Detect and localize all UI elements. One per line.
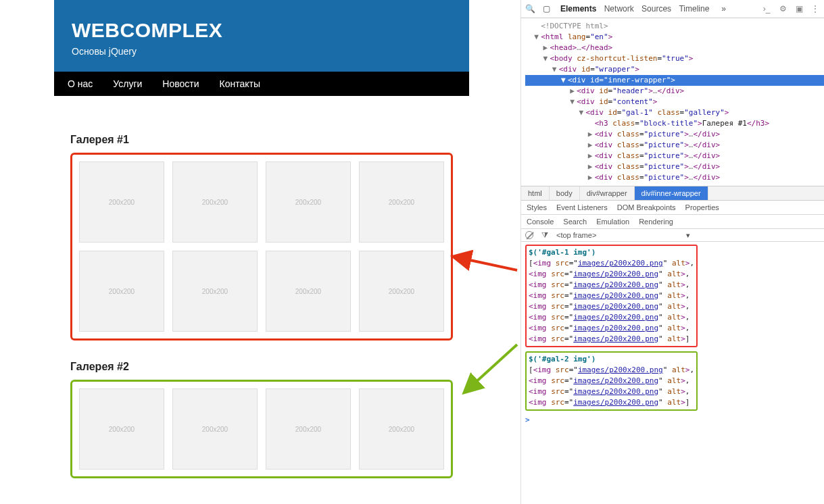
gear-icon[interactable]: ⚙: [778, 4, 787, 14]
breadcrumb-item[interactable]: body: [550, 186, 580, 200]
picture-placeholder: 200x200: [359, 251, 444, 332]
dom-node[interactable]: ▶<head>…</head>: [525, 43, 824, 53]
breadcrumb-item[interactable]: html: [521, 186, 550, 200]
console[interactable]: $('#gal-1 img')[<img src="images/p200x20…: [521, 242, 824, 504]
more-icon[interactable]: ⋮: [810, 4, 820, 14]
picture-placeholder: 200x200: [266, 388, 351, 470]
devtools-tab[interactable]: Network: [602, 3, 637, 15]
breadcrumb-item[interactable]: div#wrapper: [580, 186, 635, 200]
devtools-panel: 🔍 ▢ Elements Network Sources Timeline » …: [520, 0, 824, 504]
clear-console-icon[interactable]: [525, 231, 533, 239]
picture-placeholder: 200x200: [79, 161, 164, 243]
picture-placeholder: 200x200: [172, 161, 258, 243]
filter-icon[interactable]: ⧩: [541, 230, 548, 240]
gallery: 200x200200x200200x200200x200200x200200x2…: [70, 153, 453, 341]
picture-placeholder: 200x200: [359, 388, 444, 470]
gallery-title: Галерея #1: [70, 134, 453, 146]
breadcrumbs[interactable]: htmlbodydiv#wrapperdiv#inner-wrapper: [521, 186, 824, 201]
panel-tab[interactable]: Emulation: [596, 218, 629, 226]
panel-tab[interactable]: Rendering: [639, 218, 673, 226]
hero: WEBCOMPLEX Основы jQuery: [54, 0, 469, 72]
picture-placeholder: 200x200: [266, 161, 351, 243]
dom-node[interactable]: ▼<div id="inner-wrapper">: [525, 75, 824, 86]
dom-node[interactable]: ▶<div class="picture">…</div>: [525, 140, 824, 151]
dom-node[interactable]: ▼<html lang="en">: [525, 32, 824, 43]
dom-node[interactable]: ▶<div class="picture">…</div>: [525, 129, 824, 140]
picture-placeholder: 200x200: [172, 251, 258, 332]
picture-placeholder: 200x200: [266, 251, 351, 332]
nav-link[interactable]: Контакты: [220, 78, 260, 89]
nav-link[interactable]: Новости: [162, 78, 199, 89]
panel-tab[interactable]: Console: [527, 218, 554, 226]
svg-line-1: [465, 345, 517, 392]
console-prompt[interactable]: >: [525, 415, 824, 426]
dom-node[interactable]: ▶<div class="picture">…</div>: [525, 172, 824, 183]
panel-tab[interactable]: Properties: [685, 203, 719, 211]
picture-placeholder: 200x200: [359, 161, 444, 243]
page-subtitle: Основы jQuery: [72, 46, 452, 57]
dom-node[interactable]: <h3 class="block-title">Галерея #1</h3>: [525, 118, 824, 129]
picture-placeholder: 200x200: [172, 388, 258, 470]
picture-placeholder: 200x200: [79, 251, 164, 332]
dom-node[interactable]: ▼<body cz-shortcut-listen="true">: [525, 53, 824, 64]
panel-tab[interactable]: Styles: [527, 203, 547, 211]
devtools-toolbar: 🔍 ▢ Elements Network Sources Timeline » …: [521, 0, 824, 18]
dom-node[interactable]: ▼<div id="gal-1" class="gallery">: [525, 107, 824, 118]
dom-node[interactable]: ▶<div class="picture">…</div>: [525, 161, 824, 172]
dom-node[interactable]: ▼<div id="content">: [525, 97, 824, 107]
panel-tab[interactable]: Event Listeners: [556, 203, 608, 211]
nav-link[interactable]: Услуги: [113, 78, 142, 89]
nav-link[interactable]: О нас: [68, 78, 93, 89]
console-toolbar: ⧩ <top frame> ▾: [521, 229, 824, 242]
dock-icon[interactable]: ▣: [794, 4, 804, 14]
breadcrumb-item[interactable]: div#inner-wrapper: [635, 186, 708, 200]
dom-node[interactable]: ▶<div class="picture">…</div>: [525, 151, 824, 161]
dom-tree[interactable]: <!DOCTYPE html> ▼<html lang="en"> ▶<head…: [521, 18, 824, 186]
gallery: 200x200200x200200x200200x200: [70, 380, 453, 478]
devtools-tab[interactable]: Timeline: [676, 3, 712, 15]
dom-node[interactable]: ▶<div id="header">…</div>: [525, 86, 824, 97]
devtools-tab[interactable]: Elements: [558, 3, 599, 15]
rendered-page: WEBCOMPLEX Основы jQuery О насУслугиНово…: [0, 0, 520, 504]
styles-tabs[interactable]: StylesEvent ListenersDOM BreakpointsProp…: [521, 201, 824, 215]
dom-node[interactable]: <!DOCTYPE html>: [525, 21, 824, 32]
console-drawer-tabs[interactable]: ConsoleSearchEmulationRendering: [521, 215, 824, 229]
picture-placeholder: 200x200: [79, 388, 164, 470]
inspect-icon[interactable]: 🔍: [525, 4, 535, 14]
console-group: $('#gal-1 img')[<img src="images/p200x20…: [525, 245, 698, 347]
page-title: WEBCOMPLEX: [72, 19, 452, 42]
nav: О насУслугиНовостиКонтакты: [54, 72, 469, 96]
panel-tab[interactable]: DOM Breakpoints: [617, 203, 676, 211]
devtools-tab[interactable]: Sources: [639, 3, 674, 15]
console-toggle-icon[interactable]: ›_: [762, 4, 771, 14]
toolbar-overflow[interactable]: »: [719, 3, 729, 15]
gallery-title: Галерея #2: [70, 361, 453, 373]
frame-selector[interactable]: <top frame> ▾: [556, 231, 690, 240]
console-group: $('#gal-2 img')[<img src="images/p200x20…: [525, 351, 698, 411]
panel-tab[interactable]: Search: [563, 218, 587, 226]
dom-node[interactable]: ▼<div id="wrapper">: [525, 64, 824, 75]
device-icon[interactable]: ▢: [541, 4, 551, 14]
